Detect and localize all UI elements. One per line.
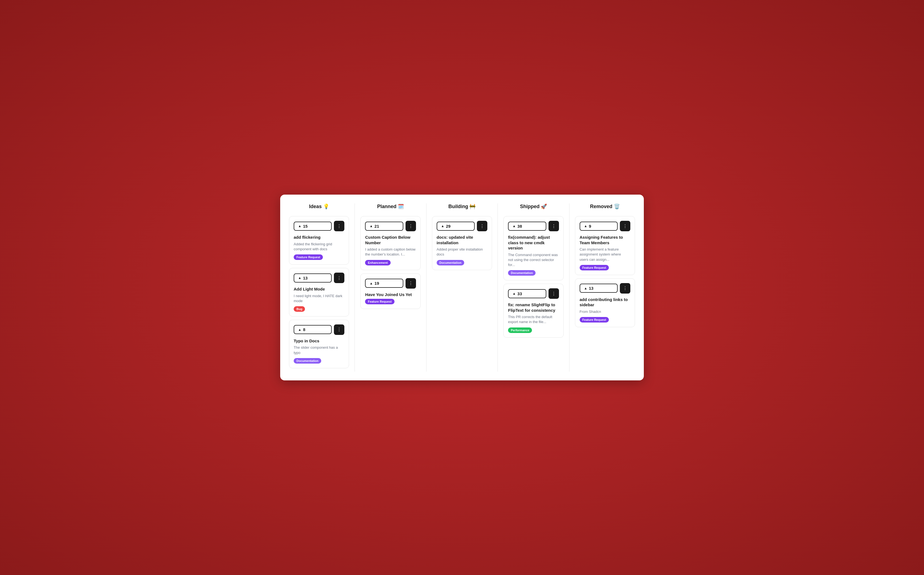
column-shipped: Shipped 🚀▲38⋮fix(command): adjust class … <box>503 203 563 341</box>
card-title: Have You Joined Us Yet <box>365 292 416 297</box>
card-badge: Feature Request <box>580 317 609 322</box>
vote-count: 21 <box>374 224 379 229</box>
card-badge: Feature Request <box>365 299 394 304</box>
more-options-button[interactable]: ⋮ <box>477 221 487 231</box>
card: ▲33⋮fix: rename SlightFlip to FlipText f… <box>503 284 563 337</box>
card-title: add contributing links to sidebar <box>580 297 630 308</box>
column-divider <box>569 203 569 372</box>
card-title: fix: rename SlightFlip to FlipText for c… <box>508 302 559 313</box>
ellipsis-icon: ⋮ <box>623 224 627 229</box>
card-description: Can implement a feature assignment syste… <box>580 247 630 262</box>
chevron-up-icon: ▲ <box>512 292 516 295</box>
more-options-button[interactable]: ⋮ <box>334 273 344 283</box>
card-title: fix(command): adjust class to new cmdk v… <box>508 235 559 251</box>
chevron-up-icon: ▲ <box>441 224 444 228</box>
card-top-row: ▲13⋮ <box>294 273 344 283</box>
vote-button[interactable]: ▲19 <box>365 279 403 288</box>
chevron-up-icon: ▲ <box>512 224 516 228</box>
card-badge: Documentation <box>294 358 321 364</box>
column-removed: Removed 🗑️▲9⋮Assigning Features to Team … <box>575 203 635 330</box>
vote-button[interactable]: ▲9 <box>580 222 618 231</box>
vote-count: 19 <box>374 281 379 286</box>
card-description: I added a custom caption below the numbe… <box>365 247 416 257</box>
card-title: Custom Caption Below Number <box>365 235 416 245</box>
card-title: Add Light Mode <box>294 286 344 292</box>
column-ideas: Ideas 💡▲15⋮add flickeringAdded the flick… <box>289 203 349 372</box>
card: ▲29⋮docs: updated vite installationAdded… <box>432 216 492 270</box>
ellipsis-icon: ⋮ <box>623 286 627 291</box>
card-badge: Documentation <box>437 260 464 265</box>
card: ▲15⋮add flickeringAdded the flickering g… <box>289 216 349 265</box>
more-options-button[interactable]: ⋮ <box>406 221 416 231</box>
card-badge: Feature Request <box>294 254 323 260</box>
vote-button[interactable]: ▲38 <box>508 222 546 231</box>
card-top-row: ▲15⋮ <box>294 221 344 231</box>
card-badge: Feature Request <box>580 265 609 270</box>
more-options-button[interactable]: ⋮ <box>406 278 416 289</box>
vote-count: 13 <box>303 276 308 280</box>
card-badge: Documentation <box>508 270 536 276</box>
ellipsis-icon: ⋮ <box>552 291 556 296</box>
vote-count: 33 <box>517 291 522 296</box>
card-badge: Performance <box>508 327 532 333</box>
card-description: I need light mode, I HATE dark mode <box>294 294 344 303</box>
vote-count: 8 <box>303 327 305 332</box>
column-divider <box>426 203 426 372</box>
column-header-ideas: Ideas 💡 <box>289 203 349 212</box>
card-top-row: ▲33⋮ <box>508 288 559 299</box>
card-badge: Bug <box>294 306 305 312</box>
vote-button[interactable]: ▲33 <box>508 289 546 298</box>
vote-button[interactable]: ▲29 <box>437 222 475 231</box>
card: ▲9⋮Assigning Features to Team MembersCan… <box>575 216 635 275</box>
card-title: add flickering <box>294 235 344 240</box>
more-options-button[interactable]: ⋮ <box>548 288 559 299</box>
vote-button[interactable]: ▲15 <box>294 222 332 231</box>
ellipsis-icon: ⋮ <box>409 281 413 286</box>
more-options-button[interactable]: ⋮ <box>548 221 559 231</box>
card-description: Added proper vite installation docs <box>437 247 487 257</box>
card-title: docs: updated vite installation <box>437 235 487 245</box>
vote-count: 15 <box>303 224 308 229</box>
more-options-button[interactable]: ⋮ <box>334 221 344 231</box>
vote-count: 13 <box>589 286 594 291</box>
card-top-row: ▲13⋮ <box>580 283 630 294</box>
vote-button[interactable]: ▲21 <box>365 222 403 231</box>
more-options-button[interactable]: ⋮ <box>620 221 630 231</box>
ellipsis-icon: ⋮ <box>337 327 341 332</box>
card-top-row: ▲9⋮ <box>580 221 630 231</box>
ellipsis-icon: ⋮ <box>337 224 341 229</box>
card: ▲38⋮fix(command): adjust class to new cm… <box>503 216 563 280</box>
ellipsis-icon: ⋮ <box>409 224 413 229</box>
card: ▲13⋮Add Light ModeI need light mode, I H… <box>289 268 349 316</box>
chevron-up-icon: ▲ <box>369 281 373 285</box>
card-description: This PR corrects the default export name… <box>508 315 559 324</box>
card: ▲8⋮Typo in DocsThe slider component has … <box>289 320 349 368</box>
vote-button[interactable]: ▲13 <box>580 284 618 293</box>
card-title: Typo in Docs <box>294 338 344 344</box>
vote-button[interactable]: ▲8 <box>294 325 332 334</box>
vote-count: 38 <box>517 224 522 229</box>
column-header-building: Building 🚧 <box>432 203 492 212</box>
more-options-button[interactable]: ⋮ <box>334 324 344 335</box>
vote-button[interactable]: ▲13 <box>294 273 332 283</box>
card-top-row: ▲8⋮ <box>294 324 344 335</box>
card-description: The slider component has a typo <box>294 345 344 355</box>
column-building: Building 🚧▲29⋮docs: updated vite install… <box>432 203 492 273</box>
card: ▲19⋮Have You Joined Us YetFeature Reques… <box>360 273 420 309</box>
card: ▲13⋮add contributing links to sidebarFro… <box>575 278 635 327</box>
vote-count: 9 <box>589 224 591 229</box>
column-header-removed: Removed 🗑️ <box>575 203 635 212</box>
chevron-up-icon: ▲ <box>584 286 587 290</box>
ellipsis-icon: ⋮ <box>480 224 484 229</box>
card-badge: Enhancement <box>365 260 390 265</box>
chevron-up-icon: ▲ <box>584 224 587 228</box>
board: Ideas 💡▲15⋮add flickeringAdded the flick… <box>289 203 635 372</box>
vote-count: 29 <box>446 224 451 229</box>
column-planned: Planned 🗓️▲21⋮Custom Caption Below Numbe… <box>360 203 420 312</box>
chevron-up-icon: ▲ <box>298 224 301 228</box>
card-description: Added the flickering grid component with… <box>294 242 344 252</box>
more-options-button[interactable]: ⋮ <box>620 283 630 294</box>
ellipsis-icon: ⋮ <box>552 224 556 229</box>
chevron-up-icon: ▲ <box>369 224 373 228</box>
card-description: From Shadcn <box>580 309 630 314</box>
